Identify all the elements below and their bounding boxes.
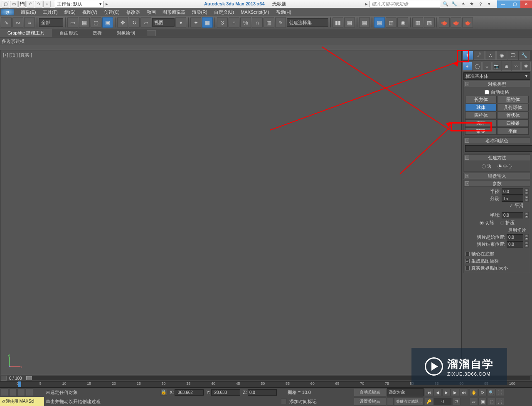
slice-to-spinner[interactable]: 0.0: [507, 241, 523, 248]
ribbon-tab-graphite[interactable]: Graphite 建模工具: [0, 29, 52, 37]
slice-from-spinner[interactable]: 0.0: [507, 234, 523, 240]
next-frame-button[interactable]: ▶: [451, 389, 459, 396]
align-button[interactable]: ▤: [344, 17, 355, 28]
snap-button[interactable]: 3: [217, 17, 228, 28]
dropdown-icon[interactable]: ▾: [485, 1, 493, 7]
goto-start-button[interactable]: ⏮: [425, 389, 433, 396]
keymode-button[interactable]: ▦: [202, 17, 213, 28]
selection-filter-dropdown[interactable]: 全部: [39, 18, 63, 27]
prev-frame-button[interactable]: ◀: [433, 389, 442, 396]
workspace-selector[interactable]: 工作台: 默认▾: [55, 1, 104, 7]
window-crossing-button[interactable]: ▣: [102, 17, 113, 28]
y-coord-field[interactable]: -20.633: [211, 389, 240, 396]
manip-button[interactable]: ✦: [190, 17, 201, 28]
key-icon[interactable]: 🔧: [451, 1, 458, 7]
menu-modifiers[interactable]: 修改器: [123, 9, 143, 15]
lights-tab[interactable]: ☼: [482, 62, 492, 71]
ribbon-tab-selection[interactable]: 选择: [85, 29, 109, 37]
chop-radio[interactable]: [480, 221, 484, 225]
zoom-button[interactable]: 🔍: [487, 389, 495, 396]
autokey-button[interactable]: 自动关键点: [354, 388, 386, 396]
menu-edit[interactable]: 编辑(E): [17, 9, 39, 15]
undo-icon[interactable]: ↶: [27, 1, 34, 7]
close-button[interactable]: ✕: [520, 0, 532, 8]
ribbon-panel-label[interactable]: 多边形建模: [0, 37, 532, 45]
lock-selection-icon[interactable]: 🔒: [160, 389, 167, 396]
key-filters-button[interactable]: 关键点过滤器...: [394, 397, 424, 406]
key-icon[interactable]: [387, 397, 394, 406]
tube-button[interactable]: 管状体: [497, 111, 529, 119]
ribbon-tab-freeform[interactable]: 自由形式: [52, 29, 85, 37]
real-world-checkbox[interactable]: [465, 266, 470, 270]
menu-views[interactable]: 视图(V): [79, 9, 101, 15]
motion-tab[interactable]: ◉: [496, 51, 507, 60]
isolate-icon[interactable]: [17, 389, 25, 396]
helpers-tab[interactable]: ⊞: [502, 62, 511, 71]
cylinder-button[interactable]: 圆柱体: [465, 111, 497, 119]
render-fb-button[interactable]: ▧: [424, 17, 435, 28]
spinner-snap-button[interactable]: ∩: [252, 17, 263, 28]
chevron-right-icon[interactable]: ▸: [104, 1, 110, 7]
bind-button[interactable]: ≈: [24, 17, 35, 28]
curve-editor-button[interactable]: ▤: [374, 17, 385, 28]
menu-rendering[interactable]: 渲染(R): [189, 9, 211, 15]
scale-button[interactable]: ▱: [140, 17, 151, 28]
x-coord-field[interactable]: -363.662: [175, 389, 204, 396]
keyboard-entry-rollout-header[interactable]: +键盘输入: [463, 173, 530, 179]
current-frame-field[interactable]: 0: [433, 398, 452, 405]
listener-icon[interactable]: [9, 389, 17, 396]
render-prod-button[interactable]: 🫖: [462, 17, 473, 28]
viewport-top[interactable]: [+] [顶 ] [真实 ] 上 yx: [0, 50, 532, 375]
help-icon[interactable]: ?: [477, 1, 484, 7]
parameters-rollout-header[interactable]: -参数: [463, 180, 530, 187]
geometry-type-dropdown[interactable]: 标准基本体▼: [463, 72, 530, 80]
select-name-button[interactable]: ▤: [79, 17, 90, 28]
center-radio[interactable]: [498, 164, 502, 168]
fov-button[interactable]: ▱: [470, 398, 478, 405]
display-tab[interactable]: 🖵: [507, 51, 518, 60]
open-icon[interactable]: ▭: [10, 1, 17, 7]
key-target-dropdown[interactable]: 选定对象: [387, 388, 424, 396]
pan-button[interactable]: ✋: [470, 389, 478, 396]
render-button[interactable]: 🫖: [439, 17, 450, 28]
time-slider[interactable]: [18, 381, 21, 388]
zoom-ext-button[interactable]: ▣: [478, 398, 487, 405]
teapot-button[interactable]: 茶壶: [465, 127, 497, 135]
menu-customize[interactable]: 自定义(U): [211, 9, 237, 15]
autogrid-checkbox[interactable]: [485, 90, 489, 94]
named-sel-button[interactable]: ✎: [275, 17, 286, 28]
box-button[interactable]: 长方体: [465, 96, 497, 103]
base-pivot-checkbox[interactable]: [465, 252, 470, 256]
viewport-label[interactable]: [+] [顶 ] [真实 ]: [3, 52, 32, 58]
unlink-button[interactable]: ∾: [12, 17, 23, 28]
creation-method-rollout-header[interactable]: -创建方法: [463, 154, 530, 161]
utilities-tab[interactable]: 🔧: [519, 51, 530, 60]
angle-snap-button[interactable]: ∩: [229, 17, 239, 28]
squash-radio[interactable]: [500, 221, 504, 225]
render-setup-button[interactable]: ▥: [412, 17, 423, 28]
ref-coord-dropdown[interactable]: 视图: [152, 18, 175, 27]
app-menu-button[interactable]: ◔: [1, 9, 14, 15]
hemisphere-spinner[interactable]: 0.0: [502, 212, 523, 218]
render-iter-button[interactable]: 🫖: [451, 17, 461, 28]
geometry-tab[interactable]: ●: [463, 62, 472, 71]
schematic-button[interactable]: ▧: [386, 17, 397, 28]
modify-tab[interactable]: ☄: [474, 51, 485, 60]
mirror-button[interactable]: ▮▮: [332, 17, 343, 28]
menu-tools[interactable]: 工具(T): [39, 9, 61, 15]
spacewarps-tab[interactable]: 〰: [512, 62, 521, 71]
menu-create[interactable]: 创建(C): [101, 9, 123, 15]
minimize-button[interactable]: —: [497, 0, 509, 8]
link-icon[interactable]: ⟐: [43, 1, 51, 7]
gen-uv-checkbox[interactable]: ✓: [465, 259, 470, 263]
region-zoom-button[interactable]: ⬚: [487, 398, 495, 405]
systems-tab[interactable]: ✱: [521, 62, 531, 71]
rect-select-button[interactable]: ▢: [91, 17, 101, 28]
max-viewport-button[interactable]: ⛶: [496, 398, 504, 405]
keymode-button[interactable]: 🔑: [425, 398, 433, 405]
smooth-checkbox[interactable]: ✓: [509, 203, 513, 208]
lock-icon[interactable]: [26, 389, 33, 396]
ribbon-minimize-button[interactable]: [147, 30, 156, 36]
save-icon[interactable]: 💾: [18, 1, 26, 7]
geosphere-button[interactable]: 几何球体: [497, 104, 529, 111]
